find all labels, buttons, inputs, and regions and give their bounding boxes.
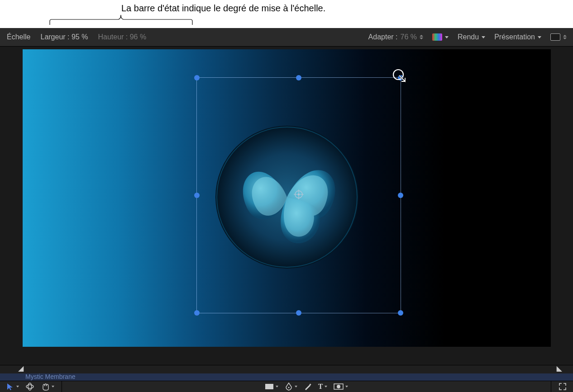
annotation-bracket [50, 15, 192, 25]
chevron-down-icon [16, 386, 19, 387]
chevron-down-icon [295, 386, 297, 387]
scale-height-readout: Hauteur : 96 % [98, 33, 146, 41]
scale-handle-s[interactable] [296, 310, 301, 316]
chevron-down-icon [482, 36, 485, 38]
out-point-marker-icon[interactable]: ◢ [557, 364, 562, 373]
svg-rect-9 [265, 384, 273, 389]
fit-zoom-label: Adapter : [368, 33, 398, 41]
active-tool-label: Échelle [7, 33, 30, 41]
canvas-tool-belt: T [0, 381, 573, 392]
arrow-tool-icon[interactable] [6, 383, 19, 391]
svg-point-8 [28, 383, 32, 390]
mini-timeline-ruler[interactable]: ◢ ◢ [0, 365, 573, 373]
scale-handle-e[interactable] [398, 193, 403, 198]
fit-zoom-control[interactable]: Adapter : 76 % [368, 33, 423, 41]
scale-handle-n[interactable] [296, 75, 301, 80]
chevron-down-icon [276, 386, 278, 387]
scale-handle-w[interactable] [194, 193, 200, 198]
fit-zoom-value: 76 % [401, 33, 417, 41]
chevron-down-icon [445, 36, 449, 38]
clip-name-label: Mystic Membrane [25, 373, 75, 380]
scale-handle-sw[interactable] [194, 310, 200, 316]
scale-handle-se[interactable] [398, 310, 403, 316]
pan-tool-icon[interactable] [41, 383, 54, 391]
anchor-point-icon[interactable] [294, 189, 304, 201]
status-bar: Échelle Largeur : 95 % Hauteur : 96 % Ad… [0, 28, 573, 47]
view-menu-label: Présentation [494, 33, 535, 41]
svg-point-5 [298, 194, 300, 195]
chevron-down-icon [52, 386, 54, 387]
canvas-viewer[interactable] [0, 47, 573, 364]
scale-handle-nw[interactable] [194, 75, 200, 80]
svg-point-7 [26, 385, 33, 388]
brush-tool-icon[interactable] [304, 383, 312, 391]
screen-preview-icon [550, 33, 560, 41]
chevron-down-icon [325, 386, 327, 387]
render-menu[interactable]: Rendu [458, 33, 485, 41]
annotation-area: La barre d'état indique le degré de mise… [0, 0, 573, 28]
color-channels-icon [432, 33, 442, 41]
orbit-tool-icon[interactable] [25, 383, 34, 391]
fullscreen-icon[interactable] [559, 383, 567, 391]
rectangle-tool-icon[interactable] [265, 383, 278, 390]
selection-bounding-box[interactable] [196, 77, 401, 313]
scale-width-readout: Largeur : 95 % [40, 33, 88, 41]
scale-cursor-icon [392, 68, 410, 88]
in-point-marker-icon[interactable]: ◢ [18, 364, 24, 373]
view-menu[interactable]: Présentation [494, 33, 541, 41]
svg-point-10 [288, 387, 289, 388]
screen-preview-menu[interactable] [550, 33, 567, 41]
pen-tool-icon[interactable] [285, 383, 297, 391]
canvas-content[interactable] [23, 49, 551, 347]
mask-tool-icon[interactable] [334, 383, 348, 390]
app-window: Échelle Largeur : 95 % Hauteur : 96 % Ad… [0, 28, 573, 392]
color-channels-menu[interactable] [432, 33, 449, 41]
mini-timeline-clip[interactable]: Mystic Membrane [0, 373, 573, 381]
chevron-down-icon [345, 386, 348, 387]
annotation-text: La barre d'état indique le degré de mise… [121, 3, 325, 14]
render-menu-label: Rendu [458, 33, 479, 41]
svg-point-13 [337, 385, 340, 388]
text-tool-icon[interactable]: T [318, 383, 328, 391]
chevron-down-icon [538, 36, 541, 38]
